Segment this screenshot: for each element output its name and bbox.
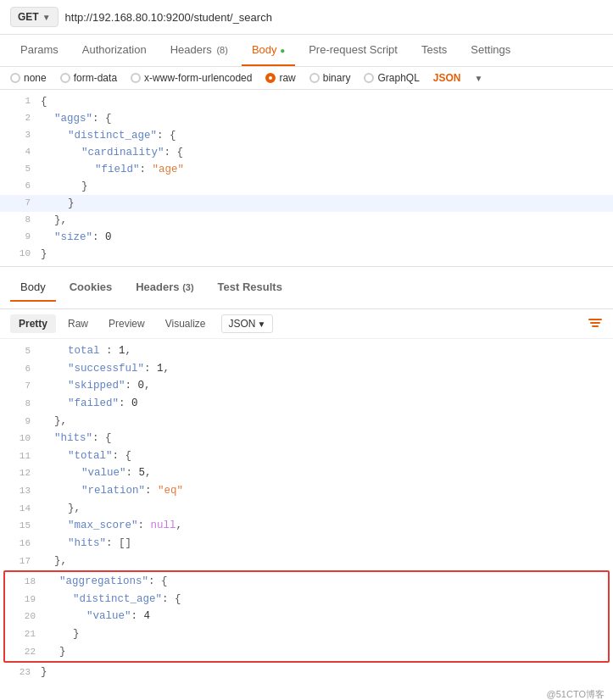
- resp-line-16: 16 "hits": []: [0, 535, 613, 553]
- resp-line-12: 12 "value": 5,: [0, 464, 613, 482]
- option-binary[interactable]: binary: [309, 72, 351, 84]
- radio-form-data: [60, 73, 70, 83]
- resp-line-23: 23 }: [0, 664, 613, 681]
- req-line-1: 1 {: [0, 93, 613, 110]
- nav-tabs: Params Authorization Headers (8) Body ● …: [0, 35, 613, 67]
- response-tab-body[interactable]: Body: [10, 274, 56, 302]
- highlight-box: 18 "aggregations": { 19 "distinct_age": …: [3, 570, 610, 663]
- resp-line-11: 11 "total": {: [0, 447, 613, 465]
- req-line-6: 6 }: [0, 178, 613, 195]
- response-format-dropdown[interactable]: JSON ▼: [221, 314, 274, 333]
- req-line-2: 2 "aggs": {: [0, 110, 613, 127]
- resp-line-10: 10 "hits": {: [0, 430, 613, 447]
- radio-raw: [265, 73, 276, 83]
- req-line-10: 10 }: [0, 246, 613, 263]
- json-format-label[interactable]: JSON: [433, 72, 461, 84]
- resp-line-21: 21 }: [5, 625, 608, 643]
- req-line-4: 4 "cardinality": {: [0, 144, 613, 161]
- tab-settings[interactable]: Settings: [460, 35, 521, 66]
- option-graphql[interactable]: GraphQL: [364, 72, 419, 84]
- filter-icon[interactable]: [588, 317, 603, 331]
- radio-x-www: [131, 73, 141, 83]
- resp-line-17: 17 },: [0, 553, 613, 570]
- method-chevron-icon: ▼: [42, 13, 51, 22]
- resp-line-13: 13 "relation": "eq": [0, 482, 613, 500]
- format-raw-btn[interactable]: Raw: [59, 314, 97, 333]
- option-form-data[interactable]: form-data: [60, 72, 117, 84]
- method-label: GET: [18, 11, 39, 23]
- option-none[interactable]: none: [10, 72, 47, 84]
- tab-body[interactable]: Body ●: [242, 35, 295, 66]
- response-format-chevron-icon: ▼: [258, 319, 266, 329]
- resp-line-18: 18 "aggregations": {: [5, 573, 608, 591]
- url-input[interactable]: [65, 11, 603, 24]
- watermark: @51CTO博客: [0, 685, 613, 700]
- response-tab-test-results[interactable]: Test Results: [208, 274, 293, 302]
- resp-line-19: 19 "distinct_age": {: [5, 591, 608, 608]
- request-code-editor[interactable]: 1 { 2 "aggs": { 3 "distinct_age": { 4 "c…: [0, 90, 613, 267]
- resp-line-14: 14 },: [0, 500, 613, 518]
- radio-none: [10, 73, 20, 83]
- resp-line-8: 8 "failed": 0: [0, 395, 613, 413]
- resp-line-20: 20 "value": 4: [5, 608, 608, 625]
- radio-binary: [309, 73, 320, 83]
- option-x-www[interactable]: x-www-form-urlencoded: [131, 72, 252, 84]
- req-line-5: 5 "field": "age": [0, 161, 613, 178]
- resp-line-6: 6 "successful": 1,: [0, 360, 613, 378]
- response-tab-cookies[interactable]: Cookies: [59, 274, 123, 302]
- tab-authorization[interactable]: Authorization: [72, 35, 157, 66]
- method-selector[interactable]: GET ▼: [10, 7, 59, 27]
- response-header: Body Cookies Headers (3) Test Results: [0, 267, 613, 309]
- tab-params[interactable]: Params: [10, 35, 69, 66]
- req-line-8: 8 },: [0, 212, 613, 229]
- response-body: 5 total : 1, 6 "successful": 1, 7 "skipp…: [0, 339, 613, 685]
- req-line-3: 3 "distinct_age": {: [0, 127, 613, 144]
- response-format-label: JSON: [229, 318, 256, 330]
- format-preview-btn[interactable]: Preview: [100, 314, 153, 333]
- url-bar: GET ▼: [0, 0, 613, 35]
- format-row: Pretty Raw Preview Visualize JSON ▼: [0, 309, 613, 339]
- format-pretty-btn[interactable]: Pretty: [10, 314, 56, 333]
- option-raw[interactable]: raw: [265, 72, 295, 84]
- resp-line-15: 15 "max_score": null,: [0, 517, 613, 535]
- body-type-row: none form-data x-www-form-urlencoded raw…: [0, 67, 613, 90]
- response-tab-headers[interactable]: Headers (3): [125, 274, 203, 302]
- resp-line-7: 7 "skipped": 0,: [0, 377, 613, 395]
- json-format-dropdown[interactable]: ▼: [475, 74, 483, 83]
- resp-line-5: 5 total : 1,: [0, 342, 613, 360]
- format-visualize-btn[interactable]: Visualize: [157, 314, 215, 333]
- tab-tests[interactable]: Tests: [411, 35, 457, 66]
- req-line-9: 9 "size": 0: [0, 229, 613, 246]
- resp-line-22: 22 }: [5, 643, 608, 661]
- radio-graphql: [364, 73, 374, 83]
- req-line-7: 7 }: [0, 195, 613, 212]
- resp-line-9: 9 },: [0, 413, 613, 431]
- tab-pre-request-script[interactable]: Pre-request Script: [298, 35, 408, 66]
- tab-headers[interactable]: Headers (8): [160, 35, 238, 66]
